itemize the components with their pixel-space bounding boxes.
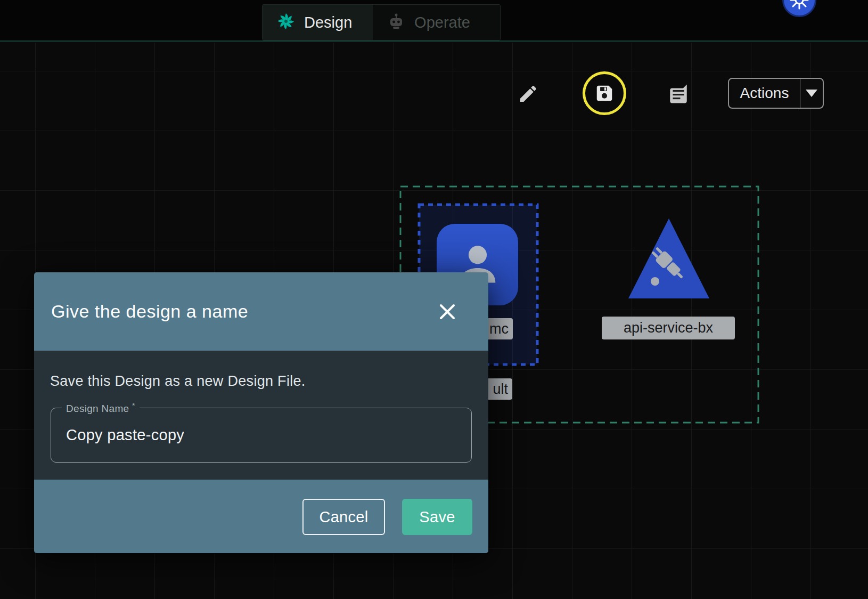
actions-button-label[interactable]: Actions [729, 79, 800, 108]
tab-design-label: Design [304, 14, 352, 31]
dialog-description: Save this Design as a new Design File. [50, 373, 306, 390]
design-name-field: Design Name * [51, 408, 472, 463]
robot-icon [387, 12, 406, 33]
save-button[interactable]: Save [402, 499, 472, 535]
save-design-dialog: Give the design a name Save this Design … [34, 272, 488, 553]
actions-dropdown-toggle[interactable] [800, 79, 823, 108]
close-button[interactable] [437, 302, 457, 322]
tab-operate[interactable]: Operate [373, 5, 500, 40]
user-node-sublabel-text: ult [493, 381, 508, 398]
dialog-body: Save this Design as a new Design File. D… [34, 351, 488, 480]
design-name-input[interactable] [51, 408, 471, 462]
api-service-node[interactable] [627, 217, 710, 300]
chevron-down-icon [806, 90, 817, 97]
api-service-node-label-text: api-service-bx [624, 320, 713, 336]
close-icon [437, 302, 457, 322]
tab-operate-label: Operate [414, 14, 470, 31]
tab-design[interactable]: Design [263, 5, 373, 40]
edit-button[interactable] [518, 83, 539, 104]
meshery-logo-icon [276, 12, 296, 33]
pencil-icon [518, 83, 539, 104]
dialog-footer: Cancel Save [34, 480, 488, 553]
dialog-header: Give the design a name [34, 272, 488, 351]
app-page: mc ult api-service-bx Actions [0, 0, 868, 599]
mode-tabs: Design Operate [262, 4, 501, 41]
floppy-save-icon [594, 83, 615, 103]
cancel-button[interactable]: Cancel [302, 499, 385, 535]
save-design-button[interactable] [583, 71, 626, 115]
comment-button[interactable] [667, 83, 690, 105]
api-service-node-label[interactable]: api-service-bx [602, 317, 735, 339]
avatar-wheel-icon [788, 0, 811, 12]
plug-icon [651, 277, 659, 286]
comment-icon [667, 83, 690, 105]
actions-button[interactable]: Actions [728, 78, 824, 109]
user-node-label-text: mc [489, 321, 509, 337]
dialog-title: Give the design a name [51, 301, 248, 322]
top-navigation-bar: Design Operate [0, 0, 868, 42]
